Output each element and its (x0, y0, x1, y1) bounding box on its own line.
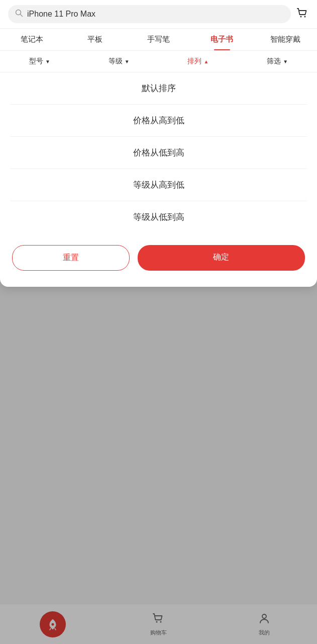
sort-option-price-asc[interactable]: 价格从低到高 (10, 137, 307, 169)
modal-tab-wearables[interactable]: 智能穿戴 (254, 29, 317, 50)
modal-tab-stylus[interactable]: 手写笔 (127, 29, 190, 50)
modal-search-input[interactable]: iPhone 11 Pro Max (8, 5, 291, 23)
modal-model-arrow: ▼ (45, 59, 50, 64)
modal-filter-bar: 型号 ▼ 等级 ▼ 排列 ▲ 筛选 ▼ (0, 51, 317, 72)
modal-grade-arrow: ▼ (125, 59, 130, 64)
modal-search-icon (15, 9, 23, 19)
modal-filter-options[interactable]: 筛选 ▼ (238, 51, 317, 72)
modal-search-bar: iPhone 11 Pro Max (0, 0, 317, 29)
sort-option-price-desc[interactable]: 价格从高到低 (10, 105, 307, 137)
modal-category-tabs: 笔记本 平板 手写笔 电子书 智能穿戴 (0, 29, 317, 51)
modal-filter-model[interactable]: 型号 ▼ (0, 51, 79, 72)
modal-filter-grade[interactable]: 等级 ▼ (79, 51, 159, 72)
modal-cart-icon[interactable] (296, 7, 309, 22)
svg-point-13 (304, 16, 306, 18)
confirm-button[interactable]: 确定 (138, 245, 305, 271)
modal-filter-arrow: ▼ (283, 59, 288, 64)
modal-tab-ebooks[interactable]: 电子书 (190, 29, 254, 50)
sort-options: 默认排序 价格从高到低 价格从低到高 等级从高到低 等级从低到高 (0, 72, 317, 233)
reset-button[interactable]: 重置 (12, 245, 130, 271)
modal-filter-sort[interactable]: 排列 ▲ (159, 51, 238, 72)
modal-actions: 重置 确定 (0, 237, 317, 275)
modal-tab-tablets[interactable]: 平板 (63, 29, 127, 50)
modal-tab-notebooks[interactable]: 笔记本 (0, 29, 63, 50)
sort-option-grade-desc[interactable]: 等级从高到低 (10, 169, 307, 201)
sort-option-grade-asc[interactable]: 等级从低到高 (10, 201, 307, 233)
sort-modal: iPhone 11 Pro Max 笔记本 平板 手写笔 电子书 智能穿戴 型号… (0, 0, 317, 287)
sort-option-default[interactable]: 默认排序 (10, 72, 307, 105)
modal-sort-arrow: ▲ (203, 59, 208, 64)
svg-line-11 (21, 15, 23, 17)
svg-point-12 (300, 16, 302, 18)
modal-search-value: iPhone 11 Pro Max (27, 10, 95, 19)
